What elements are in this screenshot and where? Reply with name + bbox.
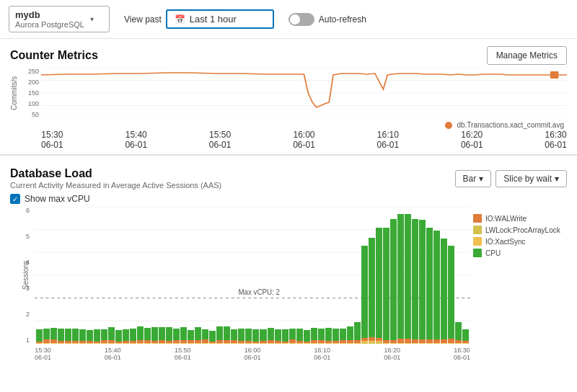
bar-segment-cpu xyxy=(224,326,230,340)
legend-label-xactsync: IO:XactSync xyxy=(485,238,526,246)
bar-segment-cpu xyxy=(231,329,237,340)
legend-item-xactsync: IO:XactSync xyxy=(473,237,567,246)
bar-segment-cpu xyxy=(188,330,194,341)
bar-segment-xact xyxy=(347,343,353,344)
bar-chart-type-button[interactable]: Bar ▾ xyxy=(455,170,492,187)
bar-segment-xact xyxy=(282,343,288,344)
bar-segment-cpu xyxy=(397,214,404,339)
db-load-header: Database Load Current Activity Measured … xyxy=(10,167,567,190)
db-load-title-group: Database Load Current Activity Measured … xyxy=(10,167,221,190)
bar-segment-cpu xyxy=(173,329,180,340)
bar-x-tick-1630: 16:3006-01 xyxy=(454,347,470,361)
time-range-selector[interactable]: 📅 Last 1 hour xyxy=(166,9,274,29)
legend-label-walwrite: IO:WALWrite xyxy=(485,215,527,223)
bar-37 xyxy=(304,330,310,344)
bar-20 xyxy=(180,327,187,344)
counter-y-tick-2: 200 xyxy=(19,79,39,86)
bar-segment-cpu xyxy=(433,231,440,339)
bar-14 xyxy=(137,326,144,344)
bar-31 xyxy=(260,329,266,344)
counter-legend-swatch xyxy=(445,122,452,129)
bar-segment-cpu xyxy=(296,329,303,341)
bar-chart-area: Max vCPU: 2 15:3006-01 15:4006-01 15:500… xyxy=(35,207,470,361)
bar-segment-cpu xyxy=(101,329,107,340)
bar-39 xyxy=(318,329,325,344)
bar-30 xyxy=(252,329,259,344)
bar-24 xyxy=(209,331,216,344)
bar-17 xyxy=(159,327,165,344)
slice-label: Slice by wait xyxy=(503,174,552,184)
view-past-label: View past xyxy=(124,14,162,24)
show-vcpu-checkbox[interactable]: ✓ xyxy=(10,194,20,204)
bar-segment-cpu xyxy=(108,327,115,340)
bar-chevron: ▾ xyxy=(479,174,483,184)
counter-legend-label: db.Transactions.xact_commit.avg xyxy=(457,121,564,129)
bar-42 xyxy=(340,329,346,344)
bar-36 xyxy=(296,329,303,344)
bar-segment-cpu xyxy=(238,329,245,341)
bar-segment-xact xyxy=(441,343,447,344)
manage-metrics-button[interactable]: Manage Metrics xyxy=(487,46,567,65)
bar-segment-xact xyxy=(79,343,86,344)
bar-45 xyxy=(361,246,368,344)
bar-segment-cpu xyxy=(289,329,296,339)
bar-segment-xact xyxy=(173,343,180,344)
bar-segment-cpu xyxy=(123,329,129,341)
bar-segment-cpu xyxy=(419,220,426,340)
bar-segment-xact xyxy=(209,343,216,344)
auto-refresh-toggle: Auto-refresh xyxy=(288,13,366,26)
bar-22 xyxy=(195,327,201,344)
bar-x-tick-1620: 16:2006-01 xyxy=(384,347,400,361)
bar-19 xyxy=(173,329,180,344)
auto-refresh-track[interactable] xyxy=(288,13,314,26)
bar-segment-xact xyxy=(101,343,107,344)
bar-x-tick-1540: 15:4006-01 xyxy=(105,347,121,361)
bar-segment-cpu xyxy=(151,327,158,341)
bar-44 xyxy=(354,322,361,344)
bar-segment-cpu xyxy=(260,329,266,341)
bar-x-tick-1600: 16:0006-01 xyxy=(244,347,260,361)
bar-segment-xact xyxy=(318,343,325,344)
bar-segment-cpu xyxy=(58,329,64,341)
bar-segment-xact xyxy=(72,343,79,344)
bar-segment-cpu xyxy=(390,219,397,340)
db-load-title: Database Load xyxy=(10,167,92,179)
bar-54 xyxy=(426,228,433,344)
db-selector[interactable]: mydb Aurora PostgreSQL ▾ xyxy=(9,6,110,32)
bar-segment-cpu xyxy=(130,329,136,341)
bar-11 xyxy=(115,330,122,344)
bar-segment-xact xyxy=(289,343,296,344)
bar-y-label: Sessions xyxy=(22,207,30,344)
bar-segment-cpu xyxy=(347,326,353,340)
time-range-text: Last 1 hour xyxy=(190,14,237,24)
bar-segment-cpu xyxy=(50,328,57,339)
bar-segment-xact xyxy=(455,343,462,344)
bar-x-axis: 15:3006-01 15:4006-01 15:5006-01 16:0006… xyxy=(35,347,470,361)
bar-segment-cpu xyxy=(137,326,144,340)
bar-segment-cpu xyxy=(275,329,281,341)
bar-segment-lw xyxy=(361,342,368,344)
bar-segment-cpu xyxy=(325,328,332,342)
slice-by-wait-button[interactable]: Slice by wait ▾ xyxy=(495,170,567,187)
bar-segment-cpu xyxy=(304,330,310,342)
bar-21 xyxy=(188,330,194,344)
bar-segment-cpu xyxy=(455,322,462,340)
bar-segment-cpu xyxy=(216,326,223,340)
bar-segment-xact xyxy=(231,343,237,344)
bar-segment-cpu xyxy=(311,328,317,339)
bar-segment-cpu xyxy=(405,214,411,339)
bar-13 xyxy=(130,329,136,344)
counter-y-tick-1: 250 xyxy=(19,68,39,75)
bar-25 xyxy=(216,326,223,344)
legend-item-procarraylock: LWLock:ProcArrayLock xyxy=(473,226,567,234)
bar-segment-xact xyxy=(94,343,100,344)
counter-section-header: Counter Metrics Manage Metrics xyxy=(10,46,567,65)
bar-38 xyxy=(311,328,317,344)
bar-59 xyxy=(462,329,469,344)
bar-segment-xact xyxy=(397,343,404,344)
bar-segment-cpu xyxy=(268,328,274,340)
bar-segment-cpu xyxy=(202,329,208,339)
bar-chart-wrapper: Sessions 6 5 4 3 2 1 Max vCPU: 2 xyxy=(10,207,567,361)
bar-51 xyxy=(405,214,411,344)
bar-segment-xact xyxy=(419,343,426,344)
